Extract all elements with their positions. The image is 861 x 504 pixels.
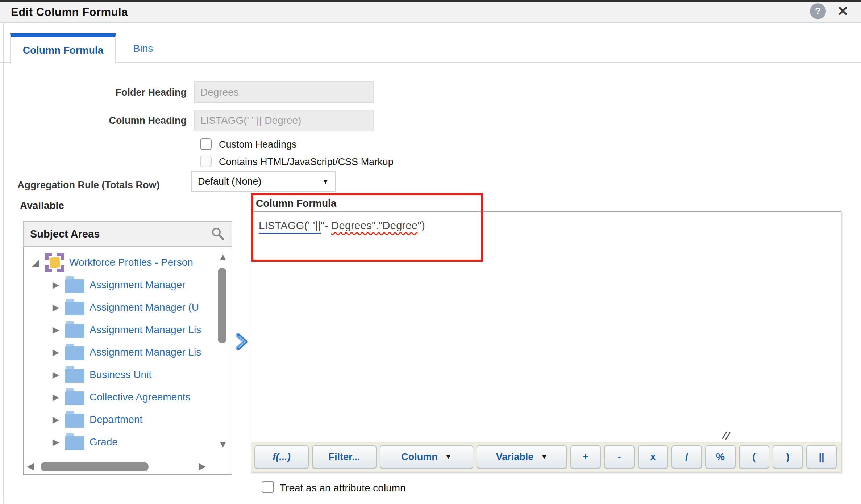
tree-collapsed-icon[interactable]: ▶ (50, 302, 62, 312)
tree-item-assignment-manager-lis-2[interactable]: ▶ Assignment Manager Lis (50, 341, 232, 364)
subject-areas-title: Subject Areas (30, 228, 211, 240)
plus-operator-button[interactable]: + (570, 445, 601, 469)
tree-root-label[interactable]: Workforce Profiles - Person (69, 257, 193, 268)
horizontal-scrollbar-thumb[interactable] (41, 462, 149, 471)
folder-icon (65, 436, 84, 450)
folder-heading-input[interactable] (194, 81, 374, 103)
available-label: Available (20, 200, 64, 211)
search-icon[interactable] (211, 227, 225, 241)
folder-icon (65, 324, 84, 338)
custom-headings-checkbox[interactable] (200, 138, 212, 150)
help-glyph: ? (815, 6, 821, 17)
formula-toolbar: f(...) Filter... Column ▼ Variable ▼ + -… (251, 442, 841, 472)
subject-area-icon (45, 253, 64, 272)
aggregation-rule-value: Default (None) (198, 176, 322, 187)
dialog-title: Edit Column Formula (11, 6, 128, 19)
tree-collapsed-icon[interactable]: ▶ (50, 370, 62, 380)
tree-item-department[interactable]: ▶ Department (50, 408, 232, 431)
tree-item-label[interactable]: Grade (90, 436, 118, 448)
folder-icon (65, 391, 84, 405)
tree-collapsed-icon[interactable]: ▶ (50, 347, 62, 357)
divide-operator-button[interactable]: / (671, 445, 702, 469)
folder-icon (65, 302, 84, 315)
subject-areas-tree: ◢ Workforce Profiles - Person ▶ Assignme… (23, 247, 232, 475)
scroll-left-icon[interactable]: ◀ (27, 461, 34, 472)
tree-item-collective-agreements[interactable]: ▶ Collective Agreements (50, 386, 232, 408)
formula-tail-segment: ") (417, 220, 425, 231)
tree-collapsed-icon[interactable]: ▶ (50, 392, 62, 402)
tree-item-label[interactable]: Assignment Manager Lis (90, 346, 201, 358)
percent-operator-button[interactable]: % (705, 445, 736, 469)
multiply-operator-button[interactable]: x (638, 445, 668, 469)
folder-icon (65, 414, 84, 428)
column-menu-button[interactable]: Column ▼ (380, 445, 473, 469)
vertical-scrollbar-thumb[interactable] (218, 268, 226, 343)
tree-item-label[interactable]: Business Unit (90, 369, 151, 381)
formula-plain-segment: "- (321, 220, 331, 231)
tree-item-label[interactable]: Assignment Manager (U (90, 302, 199, 313)
scroll-up-icon[interactable]: ▲ (217, 251, 229, 262)
treat-as-attribute-checkbox[interactable] (262, 481, 274, 493)
title-divider (0, 22, 861, 23)
dialog-left-edge (3, 23, 4, 503)
tree-item-assignment-manager-lis-1[interactable]: ▶ Assignment Manager Lis (50, 319, 232, 341)
help-icon[interactable]: ? (810, 3, 826, 19)
aggregation-rule-dropdown[interactable]: Default (None) ▼ (191, 171, 336, 192)
tree-item-label[interactable]: Assignment Manager Lis (90, 324, 201, 336)
filter-button[interactable]: Filter... (312, 445, 377, 469)
tree-item-grade[interactable]: ▶ Grade (50, 431, 232, 453)
dialog-title-bar (0, 2, 861, 22)
tree-collapsed-icon[interactable]: ▶ (50, 280, 62, 290)
variable-menu-label: Variable (496, 452, 534, 463)
formula-function-segment: LISTAGG(' '|| (259, 220, 321, 234)
tree-collapsed-icon[interactable]: ▶ (50, 325, 62, 335)
tree-expanded-icon[interactable]: ◢ (29, 257, 42, 268)
chevron-down-icon: ▼ (541, 453, 548, 461)
column-heading-label: Column Heading (20, 115, 187, 126)
contains-markup-label: Contains HTML/JavaScript/CSS Markup (219, 156, 394, 168)
treat-as-attribute-label: Treat as an attribute column (280, 482, 406, 494)
custom-headings-label: Custom Headings (219, 139, 297, 150)
column-menu-label: Column (401, 452, 438, 463)
concat-operator-button[interactable]: || (806, 445, 837, 469)
add-column-chevron-icon[interactable] (234, 332, 251, 352)
aggregation-rule-label: Aggregation Rule (Totals Row) (17, 180, 160, 191)
formula-misspelled-segment: Degrees"."Degree (331, 220, 417, 231)
minus-operator-button[interactable]: - (604, 445, 635, 469)
function-button[interactable]: f(...) (254, 445, 309, 469)
tree-item-assignment-manager-u[interactable]: ▶ Assignment Manager (U (50, 296, 232, 319)
folder-icon (65, 346, 84, 360)
tree-collapsed-icon[interactable]: ▶ (50, 415, 62, 425)
close-icon[interactable]: ✕ (835, 3, 851, 20)
formula-text: LISTAGG(' '||"- Degrees"."Degree") (259, 220, 833, 232)
close-paren-button[interactable]: ) (773, 445, 803, 469)
chevron-down-icon: ▼ (322, 177, 329, 186)
tab-column-formula[interactable]: Column Formula (10, 33, 116, 63)
tab-bins[interactable]: Bins (123, 38, 163, 59)
tree-item-business-unit[interactable]: ▶ Business Unit (50, 364, 232, 386)
folder-icon (65, 279, 84, 293)
open-paren-button[interactable]: ( (739, 445, 769, 469)
tree-item-assignment-manager[interactable]: ▶ Assignment Manager (50, 274, 232, 296)
folder-icon (65, 369, 84, 383)
tree-item-label[interactable]: Assignment Manager (90, 279, 186, 291)
chevron-down-icon: ▼ (445, 453, 452, 461)
tree-item-label[interactable]: Collective Agreements (90, 391, 191, 403)
formula-editor[interactable]: LISTAGG(' '||"- Degrees"."Degree") (251, 212, 841, 442)
scroll-right-icon[interactable]: ▶ (199, 461, 206, 472)
tree-item-label[interactable]: Department (90, 414, 142, 425)
column-formula-label: Column Formula (256, 198, 336, 209)
column-formula-panel: LISTAGG(' '||"- Degrees"."Degree") f(...… (251, 211, 841, 472)
contains-markup-checkbox[interactable] (200, 156, 212, 167)
column-heading-input[interactable] (194, 110, 374, 131)
tree-collapsed-icon[interactable]: ▶ (50, 437, 62, 447)
close-glyph: ✕ (837, 3, 849, 19)
variable-menu-button[interactable]: Variable ▼ (477, 445, 567, 469)
resize-gripper-icon[interactable] (721, 430, 732, 440)
folder-heading-label: Folder Heading (20, 87, 187, 98)
tree-root-workforce-profiles[interactable]: ◢ Workforce Profiles - Person (29, 251, 225, 274)
subject-areas-header: Subject Areas (23, 221, 232, 247)
scroll-down-icon[interactable]: ▼ (217, 439, 229, 450)
